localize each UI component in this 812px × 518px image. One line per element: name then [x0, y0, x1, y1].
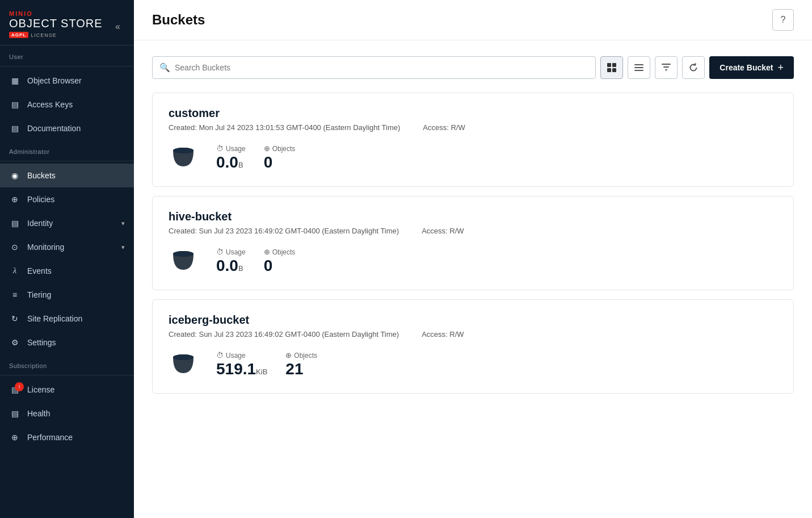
buckets-icon: ◉	[9, 170, 20, 181]
site-replication-icon: ↻	[9, 313, 20, 324]
sidebar-item-access-keys[interactable]: ▤ Access Keys	[0, 93, 134, 116]
logo-title: OBJECT STORE	[9, 17, 103, 30]
svg-point-15	[173, 354, 193, 360]
content-area: 🔍	[134, 40, 812, 518]
svg-rect-8	[663, 66, 669, 68]
sidebar-item-label: Performance	[27, 433, 73, 442]
sidebar-item-documentation[interactable]: ▤ Documentation	[0, 116, 134, 140]
objects-value: 0	[264, 154, 296, 172]
access-keys-icon: ▤	[9, 99, 20, 110]
sidebar-item-label: Documentation	[27, 124, 81, 133]
bucket-name: iceberg-bucket	[169, 314, 777, 327]
chevron-down-icon: ▾	[121, 220, 125, 227]
bucket-access: Access: R/W	[422, 330, 464, 339]
sidebar-item-policies[interactable]: ⊕ Policies	[0, 187, 134, 211]
usage-value: 0.0B	[216, 154, 246, 172]
sidebar-item-buckets[interactable]: ◉ Buckets	[0, 164, 134, 187]
usage-label: ⏱ Usage	[216, 351, 267, 360]
license-label: LICENSE	[31, 32, 57, 38]
sidebar-item-events[interactable]: λ Events	[0, 259, 134, 283]
topbar: Buckets ?	[134, 0, 812, 40]
agpl-badge: AGPL	[9, 32, 28, 38]
sidebar-item-license[interactable]: ▤ License !	[0, 378, 134, 402]
list-view-button[interactable]	[628, 56, 650, 79]
objects-stat: ⊕ Objects 0	[264, 144, 296, 172]
sidebar-item-performance[interactable]: ⊕ Performance	[0, 425, 134, 449]
object-browser-icon: ▦	[9, 75, 20, 86]
usage-unit: KiB	[256, 367, 267, 376]
performance-icon: ⊕	[9, 432, 20, 443]
grid-icon	[607, 62, 617, 73]
bucket-stats: ⏱ Usage 519.1KiB ⊕ Objects 21	[169, 350, 777, 379]
usage-icon: ⏱	[216, 351, 224, 360]
bucket-icon	[169, 350, 198, 379]
sidebar-item-settings[interactable]: ⚙ Settings	[0, 331, 134, 354]
sidebar-item-site-replication[interactable]: ↻ Site Replication	[0, 307, 134, 331]
sidebar-item-label: Monitoring	[27, 243, 64, 252]
settings-icon: ⚙	[9, 337, 20, 348]
search-box: 🔍	[152, 56, 596, 79]
sidebar-item-label: License	[27, 385, 54, 394]
bucket-card: customer Created: Mon Jul 24 2023 13:01:…	[152, 93, 794, 187]
usage-unit: B	[238, 264, 243, 273]
bucket-access: Access: R/W	[423, 123, 465, 132]
refresh-button[interactable]	[682, 56, 705, 79]
sidebar-item-label: Identity	[27, 219, 53, 228]
usage-icon: ⏱	[216, 144, 224, 153]
objects-icon: ⊕	[285, 351, 292, 360]
grid-view-button[interactable]	[600, 56, 623, 79]
sidebar-item-health[interactable]: ▤ Health	[0, 402, 134, 425]
filter-icon	[661, 62, 671, 73]
collapse-button[interactable]: «	[115, 22, 120, 32]
divider-subscription	[0, 375, 134, 375]
objects-value: 21	[285, 361, 317, 378]
sidebar-item-label: Tiering	[27, 290, 51, 299]
objects-stat: ⊕ Objects 21	[285, 351, 317, 378]
svg-rect-4	[634, 64, 643, 65]
filter-button[interactable]	[655, 56, 678, 79]
policies-icon: ⊕	[9, 194, 20, 205]
help-button[interactable]: ?	[772, 9, 794, 31]
usage-value: 0.0B	[216, 257, 246, 275]
bucket-created: Created: Mon Jul 24 2023 13:01:53 GMT-04…	[169, 123, 400, 132]
chevron-down-icon: ▾	[121, 244, 125, 251]
sidebar-item-label: Object Browser	[27, 76, 82, 85]
refresh-icon	[688, 62, 699, 73]
sidebar-item-label: Site Replication	[27, 314, 82, 323]
create-bucket-plus-icon: +	[777, 62, 784, 74]
svg-rect-7	[662, 64, 671, 65]
objects-value: 0	[264, 257, 296, 275]
objects-icon: ⊕	[264, 248, 270, 256]
sidebar-item-label: Access Keys	[27, 100, 73, 109]
usage-unit: B	[238, 161, 243, 169]
search-input[interactable]	[175, 63, 588, 72]
search-icon: 🔍	[159, 62, 170, 73]
bucket-created: Created: Sun Jul 23 2023 16:49:02 GMT-04…	[169, 227, 399, 235]
objects-label: ⊕ Objects	[264, 248, 296, 256]
logo-license-row: AGPL LICENSE	[9, 32, 103, 38]
events-icon: λ	[9, 265, 20, 277]
documentation-icon: ▤	[9, 123, 20, 134]
usage-icon: ⏱	[216, 248, 224, 256]
logo-brand: MINIO	[9, 10, 103, 17]
svg-rect-5	[634, 67, 643, 68]
usage-stat: ⏱ Usage 0.0B	[216, 144, 246, 172]
sidebar-item-object-browser[interactable]: ▦ Object Browser	[0, 69, 134, 93]
objects-label: ⊕ Objects	[264, 144, 296, 153]
divider-user	[0, 66, 134, 66]
sidebar-item-tiering[interactable]: ≡ Tiering	[0, 283, 134, 307]
sidebar-item-monitoring[interactable]: ⊙ Monitoring ▾	[0, 235, 134, 259]
sidebar-item-label: Buckets	[27, 171, 56, 180]
usage-stat: ⏱ Usage 0.0B	[216, 248, 246, 275]
bucket-icon	[169, 143, 198, 173]
bucket-svg-icon	[170, 145, 196, 171]
sidebar-item-identity[interactable]: ▤ Identity ▾	[0, 211, 134, 235]
logo-light: STORE	[57, 17, 103, 30]
bucket-meta: Created: Sun Jul 23 2023 16:49:02 GMT-04…	[169, 330, 777, 339]
health-icon: ▤	[9, 408, 20, 419]
bucket-icon	[169, 247, 198, 276]
bucket-meta: Created: Mon Jul 24 2023 13:01:53 GMT-04…	[169, 123, 777, 132]
svg-rect-9	[665, 69, 667, 70]
usage-label: ⏱ Usage	[216, 248, 246, 256]
create-bucket-button[interactable]: Create Bucket +	[709, 56, 794, 79]
